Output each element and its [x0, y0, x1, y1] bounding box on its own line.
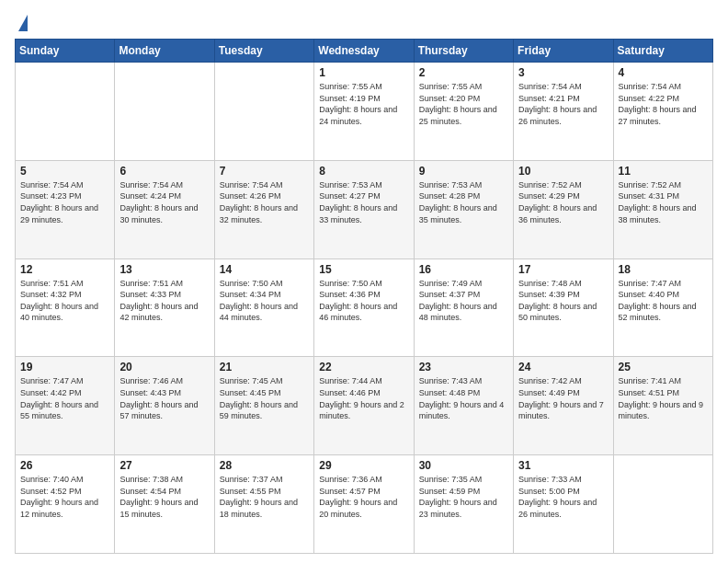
day-number: 6 — [119, 165, 209, 178]
calendar-cell: 24Sunrise: 7:42 AM Sunset: 4:49 PM Dayli… — [514, 357, 613, 455]
calendar-cell: 25Sunrise: 7:41 AM Sunset: 4:51 PM Dayli… — [613, 357, 712, 455]
calendar-cell: 28Sunrise: 7:37 AM Sunset: 4:55 PM Dayli… — [214, 455, 313, 554]
day-number: 7 — [220, 165, 309, 178]
calendar-cell — [16, 63, 115, 161]
day-info: Sunrise: 7:36 AM Sunset: 4:57 PM Dayligh… — [319, 474, 408, 520]
day-number: 13 — [119, 263, 209, 276]
calendar-cell: 6Sunrise: 7:54 AM Sunset: 4:24 PM Daylig… — [115, 160, 214, 259]
day-info: Sunrise: 7:33 AM Sunset: 5:00 PM Dayligh… — [518, 474, 608, 520]
day-number: 16 — [419, 263, 508, 276]
logo — [15, 11, 28, 31]
calendar-cell: 27Sunrise: 7:38 AM Sunset: 4:54 PM Dayli… — [115, 455, 214, 554]
calendar-cell: 22Sunrise: 7:44 AM Sunset: 4:46 PM Dayli… — [314, 357, 414, 455]
calendar-cell: 8Sunrise: 7:53 AM Sunset: 4:27 PM Daylig… — [314, 160, 414, 259]
day-number: 31 — [518, 459, 608, 472]
day-info: Sunrise: 7:50 AM Sunset: 4:34 PM Dayligh… — [220, 278, 309, 324]
calendar-cell: 16Sunrise: 7:49 AM Sunset: 4:37 PM Dayli… — [414, 259, 513, 357]
day-info: Sunrise: 7:51 AM Sunset: 4:32 PM Dayligh… — [20, 278, 109, 324]
calendar-cell: 30Sunrise: 7:35 AM Sunset: 4:59 PM Dayli… — [414, 455, 513, 554]
day-info: Sunrise: 7:51 AM Sunset: 4:33 PM Dayligh… — [119, 278, 209, 324]
day-info: Sunrise: 7:41 AM Sunset: 4:51 PM Dayligh… — [619, 375, 708, 421]
calendar-cell: 18Sunrise: 7:47 AM Sunset: 4:40 PM Dayli… — [613, 259, 712, 357]
calendar-cell: 2Sunrise: 7:55 AM Sunset: 4:20 PM Daylig… — [414, 63, 513, 161]
day-number: 5 — [20, 165, 109, 178]
day-number: 8 — [319, 165, 408, 178]
day-number: 19 — [20, 361, 109, 373]
day-info: Sunrise: 7:40 AM Sunset: 4:52 PM Dayligh… — [20, 474, 109, 520]
day-info: Sunrise: 7:48 AM Sunset: 4:39 PM Dayligh… — [518, 278, 608, 324]
day-number: 25 — [619, 361, 708, 373]
calendar-cell: 10Sunrise: 7:52 AM Sunset: 4:29 PM Dayli… — [514, 160, 613, 259]
calendar-cell — [613, 455, 712, 554]
calendar-cell: 12Sunrise: 7:51 AM Sunset: 4:32 PM Dayli… — [16, 259, 115, 357]
calendar-cell: 4Sunrise: 7:54 AM Sunset: 4:22 PM Daylig… — [613, 63, 712, 161]
col-header-thursday: Thursday — [414, 40, 513, 63]
col-header-monday: Monday — [115, 40, 214, 63]
day-info: Sunrise: 7:52 AM Sunset: 4:31 PM Dayligh… — [619, 179, 708, 225]
day-number: 4 — [619, 66, 708, 79]
header — [15, 11, 713, 31]
day-number: 17 — [518, 263, 608, 276]
day-info: Sunrise: 7:50 AM Sunset: 4:36 PM Dayligh… — [319, 278, 408, 324]
day-info: Sunrise: 7:44 AM Sunset: 4:46 PM Dayligh… — [319, 375, 408, 421]
day-info: Sunrise: 7:54 AM Sunset: 4:22 PM Dayligh… — [619, 81, 708, 127]
day-number: 9 — [419, 165, 508, 178]
day-number: 21 — [220, 361, 309, 373]
day-info: Sunrise: 7:46 AM Sunset: 4:43 PM Dayligh… — [119, 375, 209, 421]
calendar-table: SundayMondayTuesdayWednesdayThursdayFrid… — [15, 39, 713, 554]
calendar-cell: 19Sunrise: 7:47 AM Sunset: 4:42 PM Dayli… — [16, 357, 115, 455]
calendar-cell: 17Sunrise: 7:48 AM Sunset: 4:39 PM Dayli… — [514, 259, 613, 357]
day-number: 12 — [20, 263, 109, 276]
day-info: Sunrise: 7:37 AM Sunset: 4:55 PM Dayligh… — [220, 474, 309, 520]
day-info: Sunrise: 7:53 AM Sunset: 4:27 PM Dayligh… — [319, 179, 408, 225]
calendar-cell: 26Sunrise: 7:40 AM Sunset: 4:52 PM Dayli… — [16, 455, 115, 554]
calendar-cell: 31Sunrise: 7:33 AM Sunset: 5:00 PM Dayli… — [514, 455, 613, 554]
col-header-sunday: Sunday — [16, 40, 115, 63]
day-number: 15 — [319, 263, 408, 276]
calendar-cell: 1Sunrise: 7:55 AM Sunset: 4:19 PM Daylig… — [314, 63, 414, 161]
col-header-wednesday: Wednesday — [314, 40, 414, 63]
day-number: 2 — [419, 66, 508, 79]
day-info: Sunrise: 7:52 AM Sunset: 4:29 PM Dayligh… — [518, 179, 608, 225]
day-info: Sunrise: 7:43 AM Sunset: 4:48 PM Dayligh… — [419, 375, 508, 421]
day-info: Sunrise: 7:45 AM Sunset: 4:45 PM Dayligh… — [220, 375, 309, 421]
day-number: 3 — [518, 66, 608, 79]
col-header-tuesday: Tuesday — [214, 40, 313, 63]
calendar-cell: 29Sunrise: 7:36 AM Sunset: 4:57 PM Dayli… — [314, 455, 414, 554]
day-info: Sunrise: 7:49 AM Sunset: 4:37 PM Dayligh… — [419, 278, 508, 324]
day-number: 22 — [319, 361, 408, 373]
day-number: 27 — [119, 459, 209, 472]
calendar-cell: 23Sunrise: 7:43 AM Sunset: 4:48 PM Dayli… — [414, 357, 513, 455]
calendar-cell: 20Sunrise: 7:46 AM Sunset: 4:43 PM Dayli… — [115, 357, 214, 455]
day-info: Sunrise: 7:35 AM Sunset: 4:59 PM Dayligh… — [419, 474, 508, 520]
day-info: Sunrise: 7:47 AM Sunset: 4:42 PM Dayligh… — [20, 375, 109, 421]
calendar-cell — [115, 63, 214, 161]
day-number: 10 — [518, 165, 608, 178]
day-number: 24 — [518, 361, 608, 373]
day-number: 14 — [220, 263, 309, 276]
calendar-cell: 13Sunrise: 7:51 AM Sunset: 4:33 PM Dayli… — [115, 259, 214, 357]
logo-triangle-icon — [18, 15, 28, 31]
day-info: Sunrise: 7:54 AM Sunset: 4:24 PM Dayligh… — [119, 179, 209, 225]
calendar-cell: 14Sunrise: 7:50 AM Sunset: 4:34 PM Dayli… — [214, 259, 313, 357]
page: SundayMondayTuesdayWednesdayThursdayFrid… — [0, 0, 728, 563]
day-info: Sunrise: 7:54 AM Sunset: 4:21 PM Dayligh… — [518, 81, 608, 127]
day-number: 28 — [220, 459, 309, 472]
day-number: 26 — [20, 459, 109, 472]
day-info: Sunrise: 7:55 AM Sunset: 4:19 PM Dayligh… — [319, 81, 408, 127]
day-number: 29 — [319, 459, 408, 472]
calendar-cell: 7Sunrise: 7:54 AM Sunset: 4:26 PM Daylig… — [214, 160, 313, 259]
calendar-cell: 9Sunrise: 7:53 AM Sunset: 4:28 PM Daylig… — [414, 160, 513, 259]
day-info: Sunrise: 7:42 AM Sunset: 4:49 PM Dayligh… — [518, 375, 608, 421]
calendar-cell — [214, 63, 313, 161]
calendar-cell: 3Sunrise: 7:54 AM Sunset: 4:21 PM Daylig… — [514, 63, 613, 161]
day-number: 11 — [619, 165, 708, 178]
day-info: Sunrise: 7:54 AM Sunset: 4:26 PM Dayligh… — [220, 179, 309, 225]
day-info: Sunrise: 7:55 AM Sunset: 4:20 PM Dayligh… — [419, 81, 508, 127]
calendar-cell: 21Sunrise: 7:45 AM Sunset: 4:45 PM Dayli… — [214, 357, 313, 455]
calendar-cell: 5Sunrise: 7:54 AM Sunset: 4:23 PM Daylig… — [16, 160, 115, 259]
day-number: 1 — [319, 66, 408, 79]
calendar-cell: 15Sunrise: 7:50 AM Sunset: 4:36 PM Dayli… — [314, 259, 414, 357]
day-number: 30 — [419, 459, 508, 472]
day-number: 20 — [119, 361, 209, 373]
